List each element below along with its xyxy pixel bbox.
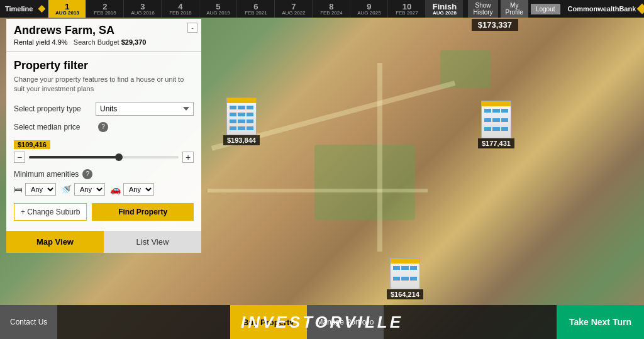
bedrooms-select[interactable]: Any1234 — [25, 183, 56, 196]
building-icon-3 — [390, 258, 420, 289]
bottom-bar: Contact Us Buy Property Manage Portfolio… — [0, 305, 644, 339]
property-type-row: Select property type Units Houses — [14, 102, 194, 116]
timeline-step-9[interactable]: 9AUG 2025 — [350, 0, 387, 18]
building-icon-1 — [226, 97, 257, 135]
carspaces-group: 🚗 Any12 — [110, 183, 154, 196]
property-marker-2[interactable]: $177,431 — [478, 101, 514, 148]
property-stats: Rental yield 4.9% Search Budget $29,370 — [14, 38, 194, 46]
rental-yield-label: Rental yield — [14, 38, 50, 46]
price-badge-container: $109,416 — [14, 138, 194, 152]
cba-logo: CommonwealthBank — [563, 5, 644, 13]
building-windows-3 — [391, 264, 419, 289]
bedrooms-group: 🛏 Any1234 — [14, 183, 56, 196]
property-type-select[interactable]: Units Houses — [96, 102, 194, 116]
min-amenities-label: Minimum amenities — [14, 170, 79, 179]
view-toggle: Map View List View — [6, 231, 201, 253]
median-price-value: $109,416 — [14, 140, 50, 149]
property-price-1: $193,844 — [223, 135, 260, 145]
contact-us-button[interactable]: Contact Us — [0, 305, 57, 339]
timeline-step-2[interactable]: 2FEB 2015 — [86, 0, 123, 18]
timeline-step-6[interactable]: 6FEB 2021 — [236, 0, 274, 18]
timeline-step-4[interactable]: 4FEB 2018 — [161, 0, 199, 18]
car-icon: 🚗 — [110, 184, 121, 194]
timeline-bar: Timeline 1AUG 20132FEB 20153AUG 20164FEB… — [0, 0, 644, 18]
cba-name: CommonwealthBank — [568, 5, 636, 13]
map-park — [314, 145, 415, 220]
building-roof-1 — [227, 98, 256, 103]
list-view-button[interactable]: List View — [104, 231, 201, 253]
carspaces-select[interactable]: Any12 — [123, 183, 154, 196]
building-roof-2 — [482, 101, 511, 106]
amenities-row-label: Minimum amenities ? — [14, 169, 194, 179]
timeline-label: Timeline — [0, 5, 38, 13]
filter-title: Property filter — [14, 59, 194, 72]
property-type-label: Select property type — [14, 104, 96, 113]
filter-panel: Andrews Farm, SA Rental yield 4.9% Searc… — [6, 19, 201, 253]
bath-icon: 🚿 — [61, 184, 72, 194]
rental-yield-value: 4.9% — [52, 38, 68, 46]
panel-header: Andrews Farm, SA Rental yield 4.9% Searc… — [6, 19, 201, 48]
median-price-label: Select median price — [14, 123, 96, 131]
action-row: + Change Suburb Find Property — [14, 203, 194, 221]
building-icon-2 — [481, 101, 511, 138]
median-price-row: Select median price ? — [14, 122, 194, 132]
price-slider-track[interactable] — [29, 156, 179, 158]
property-price-3: $164,214 — [387, 289, 423, 299]
property-marker-1[interactable]: $193,844 — [223, 97, 260, 145]
property-location: Andrews Farm, SA — [14, 24, 194, 37]
brand-name: INVESTORVILLE — [241, 313, 403, 331]
slider-plus-button[interactable]: + — [182, 152, 194, 163]
timeline-actions: Show History My Profile Logout Commonwea… — [463, 0, 644, 18]
bed-icon: 🛏 — [14, 184, 23, 194]
my-profile-button[interactable]: My Profile — [501, 0, 528, 18]
map-road2 — [377, 63, 382, 252]
budget-display: $173,337 — [472, 19, 518, 31]
panel-divider — [6, 51, 201, 52]
map-view-button[interactable]: Map View — [6, 231, 104, 253]
search-budget-value: $29,370 — [121, 38, 147, 46]
median-price-help-icon[interactable]: ? — [98, 122, 108, 132]
filter-content: Property filter Change your property fea… — [6, 54, 201, 231]
slider-minus-button[interactable]: − — [14, 152, 25, 163]
slider-fill — [29, 156, 119, 158]
bathrooms-group: 🚿 Any123 — [61, 183, 105, 196]
find-property-button[interactable]: Find Property — [92, 203, 194, 221]
price-slider-row: − + — [14, 152, 194, 163]
map-road3 — [208, 189, 428, 192]
logout-button[interactable]: Logout — [531, 4, 560, 14]
timeline-step-1[interactable]: 1AUG 2013 — [48, 0, 86, 18]
timeline-step-10[interactable]: 10FEB 2027 — [387, 0, 425, 18]
search-budget-label: Search Budget — [74, 38, 119, 46]
building-windows-1 — [227, 103, 256, 135]
slider-thumb[interactable] — [115, 153, 123, 161]
timeline-step-5[interactable]: 5AUG 2019 — [199, 0, 236, 18]
building-windows-2 — [482, 106, 511, 138]
show-history-button[interactable]: Show History — [468, 0, 497, 18]
timeline-finish[interactable]: FinishAUG 2028 — [425, 0, 463, 18]
timeline-step-7[interactable]: 7AUG 2022 — [274, 0, 312, 18]
timeline-diamond-icon — [38, 5, 45, 13]
building-roof-3 — [391, 258, 419, 264]
close-panel-button[interactable]: - — [187, 23, 197, 33]
property-price-2: $177,431 — [478, 138, 514, 148]
change-suburb-button[interactable]: + Change Suburb — [14, 203, 87, 221]
cba-diamond-icon — [637, 4, 644, 14]
timeline-step-3[interactable]: 3AUG 2016 — [123, 0, 161, 18]
amenities-help-icon[interactable]: ? — [82, 169, 92, 179]
bathrooms-select[interactable]: Any123 — [74, 183, 105, 196]
timeline-steps: 1AUG 20132FEB 20153AUG 20164FEB 20185AUG… — [48, 0, 463, 18]
timeline-step-8[interactable]: 8FEB 2024 — [312, 0, 350, 18]
take-next-turn-button[interactable]: Take Next Turn — [557, 305, 644, 339]
property-marker-3[interactable]: $164,214 — [387, 258, 423, 299]
filter-desc: Change your property features to find a … — [14, 75, 194, 94]
amenities-selects-row: 🛏 Any1234 🚿 Any123 🚗 Any12 — [14, 183, 194, 196]
